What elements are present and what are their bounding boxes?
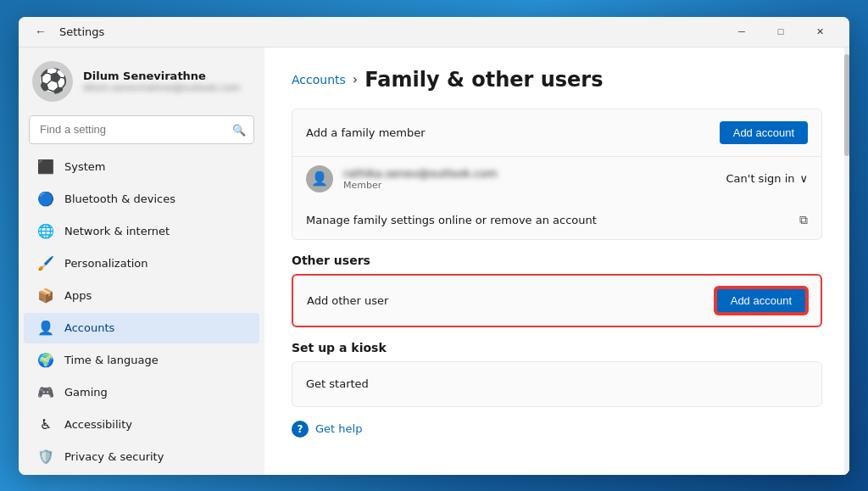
kiosk-card: Get started [292, 361, 822, 407]
network-icon: 🌐 [37, 223, 54, 240]
sidebar-item-time[interactable]: 🌍 Time & language [24, 345, 259, 376]
accounts-icon: 👤 [37, 320, 54, 337]
sidebar-label-bluetooth: Bluetooth & devices [64, 192, 175, 205]
external-link-icon: ⧉ [799, 213, 808, 227]
sidebar-label-personalization: Personalization [64, 257, 148, 270]
apps-icon: 📦 [37, 287, 54, 304]
user-profile: ⚽ Dilum Senevirathne dilum.senevirathne@… [19, 47, 264, 112]
user-name: Dilum Senevirathne [83, 70, 251, 82]
sidebar-item-bluetooth[interactable]: 🔵 Bluetooth & devices [24, 184, 259, 215]
add-family-account-button[interactable]: Add account [720, 121, 808, 144]
sidebar-item-update[interactable]: 🔄 Windows Update [24, 474, 259, 475]
window-controls: ─ □ ✕ [722, 17, 839, 47]
member-info: rathika.senev@outlook.com Member [343, 167, 726, 191]
family-section-card: Add a family member Add account 👤 rathik… [292, 109, 822, 240]
get-started-row[interactable]: Get started [292, 362, 821, 406]
kiosk-title: Set up a kiosk [292, 341, 822, 354]
search-bar: 🔍 [29, 115, 254, 144]
breadcrumb-separator: › [353, 71, 358, 87]
privacy-icon: 🛡️ [37, 449, 54, 466]
maximize-button[interactable]: □ [761, 17, 800, 47]
sidebar-label-privacy: Privacy & security [64, 450, 164, 463]
chevron-down-icon: ∨ [799, 172, 808, 185]
time-icon: 🌍 [37, 352, 54, 369]
manage-family-label: Manage family settings online or remove … [306, 214, 799, 226]
add-other-user-row: Add other user Add account [293, 276, 821, 326]
bluetooth-icon: 🔵 [37, 191, 54, 208]
settings-window: ← Settings ─ □ ✕ ⚽ Dilum Senevirat [19, 17, 849, 475]
window-title: Settings [59, 25, 715, 38]
member-avatar: 👤 [306, 165, 333, 192]
back-button[interactable]: ← [29, 20, 53, 43]
scrollbar-track [844, 47, 849, 475]
search-input[interactable] [29, 115, 254, 144]
add-family-row: Add a family member Add account [292, 109, 821, 156]
user-info: Dilum Senevirathne dilum.senevirathne@ou… [83, 70, 251, 93]
sidebar-label-system: System [64, 160, 105, 173]
main-content: Accounts › Family & other users Add a fa… [264, 47, 849, 475]
sidebar-label-accounts: Accounts [64, 321, 114, 334]
accessibility-icon: ♿ [37, 416, 54, 433]
gaming-icon: 🎮 [37, 384, 54, 401]
member-row: 👤 rathika.senev@outlook.com Member Can't… [292, 156, 821, 201]
scrollbar-thumb[interactable] [844, 54, 849, 156]
manage-family-row[interactable]: Manage family settings online or remove … [292, 201, 821, 239]
get-help-label: Get help [315, 422, 362, 435]
cant-sign-in-button[interactable]: Can't sign in ∨ [726, 172, 808, 185]
sidebar-item-network[interactable]: 🌐 Network & internet [24, 216, 259, 247]
sidebar-item-accessibility[interactable]: ♿ Accessibility [24, 410, 259, 440]
help-icon: ? [292, 421, 309, 438]
breadcrumb: Accounts › Family & other users [292, 68, 822, 92]
minimize-button[interactable]: ─ [722, 17, 761, 47]
title-bar: ← Settings ─ □ ✕ [19, 17, 849, 47]
other-users-title: Other users [292, 254, 822, 267]
sidebar-label-gaming: Gaming [64, 386, 108, 399]
page-title: Family & other users [364, 68, 603, 92]
search-icon: 🔍 [232, 123, 246, 136]
breadcrumb-accounts-link[interactable]: Accounts [292, 73, 346, 86]
close-button[interactable]: ✕ [800, 17, 839, 47]
add-family-label: Add a family member [306, 126, 720, 139]
user-email: dilum.senevirathne@outlook.com [83, 82, 251, 93]
sidebar-item-privacy[interactable]: 🛡️ Privacy & security [24, 442, 259, 472]
sidebar-item-system[interactable]: ⬛ System [24, 152, 259, 182]
sidebar-label-time: Time & language [64, 354, 159, 366]
sidebar: ⚽ Dilum Senevirathne dilum.senevirathne@… [19, 47, 264, 475]
member-email: rathika.senev@outlook.com [343, 167, 726, 180]
get-help-row[interactable]: ? Get help [292, 421, 822, 438]
avatar: ⚽ [32, 61, 73, 102]
sidebar-item-accounts[interactable]: 👤 Accounts [24, 313, 259, 343]
get-started-label: Get started [306, 377, 808, 390]
sidebar-label-network: Network & internet [64, 225, 170, 237]
other-users-card: Add other user Add account [292, 274, 822, 327]
add-other-user-label: Add other user [307, 294, 715, 307]
content-area: ⚽ Dilum Senevirathne dilum.senevirathne@… [19, 47, 849, 475]
sidebar-item-personalization[interactable]: 🖌️ Personalization [24, 248, 259, 279]
sidebar-label-apps: Apps [64, 289, 92, 302]
member-role: Member [343, 180, 726, 191]
member-avatar-icon: 👤 [311, 170, 328, 187]
add-other-user-account-button[interactable]: Add account [715, 287, 807, 314]
personalization-icon: 🖌️ [37, 255, 54, 272]
sidebar-item-apps[interactable]: 📦 Apps [24, 281, 259, 311]
system-icon: ⬛ [37, 159, 54, 176]
sidebar-label-accessibility: Accessibility [64, 418, 132, 431]
sidebar-item-gaming[interactable]: 🎮 Gaming [24, 377, 259, 408]
